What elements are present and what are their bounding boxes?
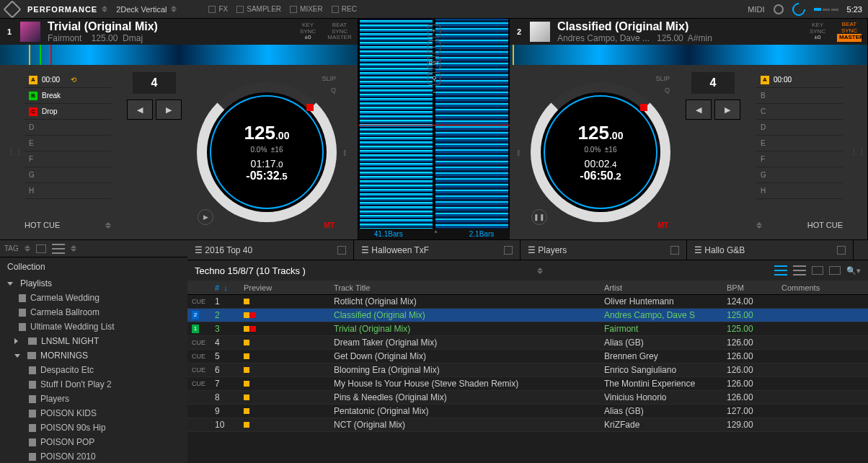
zoom-in-icon[interactable]: + (428, 25, 440, 38)
grid-view-icon[interactable] (812, 266, 823, 275)
table-row[interactable]: CUE 5 Get Down (Original Mix) Brennen Gr… (187, 350, 868, 363)
beat-jump-fwd-button[interactable]: ▶ (156, 100, 182, 120)
table-row[interactable]: 10 NCT (Original Mix) KriZFade 129.00 (187, 418, 868, 432)
chevron-updown-icon[interactable] (105, 222, 111, 229)
mode-dropdown[interactable]: PERFORMANCE (27, 5, 107, 14)
cue-marker-b[interactable] (40, 45, 41, 65)
tag-label[interactable]: TAG (4, 244, 19, 252)
rec-toggle[interactable]: REC (332, 5, 357, 13)
grid-icon[interactable]: ⋮⋮ (7, 72, 17, 232)
slip-button[interactable]: SLIP (655, 75, 670, 82)
slip-button[interactable]: SLIP (322, 75, 336, 82)
sidebar-item[interactable]: POISON KIDS (0, 406, 187, 420)
tab[interactable]: ☰ Halloween TxF (354, 240, 521, 260)
beat-sync-button[interactable]: BEATSYNCMASTER (327, 22, 352, 41)
collection-header[interactable]: Collection (0, 257, 187, 276)
hot-cue-d[interactable]: D (25, 120, 111, 136)
zoom-reset-button[interactable]: RST (428, 56, 440, 69)
hot-cue-b[interactable]: BBreak (25, 88, 111, 104)
sidebar-item[interactable]: POISON 2010 (0, 449, 187, 463)
table-row[interactable]: 9 Pentatonic (Original Mix) Alias (GB) 1… (187, 405, 868, 418)
search-icon[interactable]: ⚲ (428, 72, 440, 85)
vertical-waveform-1[interactable] (360, 19, 433, 239)
tab[interactable]: ☰ Hallo G&B (687, 240, 854, 260)
master-tempo-button[interactable]: MT (658, 221, 668, 229)
search-icon[interactable]: 🔍▾ (846, 266, 861, 275)
overview-waveform[interactable] (510, 45, 867, 65)
hot-cue-d[interactable]: D (756, 120, 843, 136)
hot-cue-e[interactable]: E (756, 136, 843, 151)
pause-button[interactable]: ❚❚ (531, 209, 547, 225)
sampler-toggle[interactable]: SAMPLER (236, 5, 281, 13)
sidebar-item[interactable]: POISON 90s Hip (0, 420, 187, 435)
cue-marker-c[interactable] (50, 45, 52, 65)
cue-marker-a[interactable] (513, 45, 514, 65)
table-row[interactable]: 2 2 Classified (Original Mix) Andres Cam… (187, 309, 868, 322)
hot-cue-e[interactable]: E (25, 136, 111, 151)
tab[interactable]: ☰ Players (521, 240, 687, 260)
table-row[interactable]: 1 3 Trivial (Original Mix) Fairmont 125.… (187, 322, 868, 336)
quantize-button[interactable]: Q (665, 87, 670, 94)
play-button[interactable]: ▶ (198, 209, 213, 225)
key-sync-button[interactable]: KEYSYNC±0 (296, 22, 320, 41)
sidebar-item[interactable]: Carmela Ballroom (0, 305, 187, 319)
hot-cue-a[interactable]: A00:00 ⟲ (25, 72, 111, 88)
artwork-view-icon[interactable] (829, 266, 841, 275)
app-logo-icon[interactable] (3, 0, 21, 18)
fx-toggle[interactable]: FX (208, 5, 228, 13)
hot-cue-g[interactable]: G (25, 167, 111, 183)
hot-cue-b[interactable]: B (756, 88, 843, 104)
hot-cue-a[interactable]: A00:00 (756, 72, 843, 88)
beat-jump-back-button[interactable]: ◀ (686, 100, 712, 120)
hot-cue-f[interactable]: F (25, 151, 111, 167)
sidebar-item[interactable]: POISON POP (0, 435, 187, 449)
list-view-icon[interactable] (52, 244, 65, 254)
playlists-folder[interactable]: Playlists (0, 276, 187, 291)
hot-cue-h[interactable]: H (756, 183, 843, 199)
cue-marker-a[interactable] (29, 45, 30, 65)
mixer-toggle[interactable]: MIXER (290, 5, 323, 13)
key-sync-button[interactable]: KEYSYNC±0 (805, 22, 830, 41)
sidebar-item[interactable]: Stuff I Don't Play 2 (0, 377, 187, 392)
expand-icon[interactable]: ˄ (434, 230, 438, 238)
jog-wheel[interactable]: 125.00 0.0% ±16 00:02.4 -06:50.2 (536, 87, 665, 217)
beat-sync-button[interactable]: BEATSYNCMASTER (837, 22, 862, 42)
sidebar-item[interactable]: Despacito Etc (0, 363, 187, 377)
hot-cue-f[interactable]: F (756, 151, 843, 167)
center-waveform[interactable]: + − RST ⚲ ˄ 41.1Bars ˄ 2.1Bars (358, 19, 510, 239)
sidebar-folder[interactable]: MORNINGS (0, 348, 187, 363)
beat-jump-back-button[interactable]: ◀ (127, 100, 153, 120)
view-mode-icon[interactable] (36, 244, 46, 253)
list-view-icon[interactable] (793, 265, 806, 275)
midi-label[interactable]: MIDI (748, 5, 764, 14)
zoom-out-icon[interactable]: − (428, 40, 440, 53)
table-row[interactable]: CUE 4 Dream Taker (Original Mix) Alias (… (187, 336, 868, 350)
sidebar-folder[interactable]: LNSML NIGHT (0, 334, 187, 348)
chevron-updown-icon[interactable] (756, 222, 762, 229)
table-row[interactable]: CUE 7 My House Is Your House (Steve Shad… (187, 377, 868, 391)
table-row[interactable]: CUE 1 Rotlicht (Original Mix) Oliver Hun… (187, 295, 868, 309)
album-art[interactable] (20, 22, 40, 42)
jog-wheel[interactable]: 125.00 0.0% ±16 01:17.0 -05:32.5 (202, 87, 332, 217)
sidebar-item[interactable]: Ultimate Wedding List (0, 319, 187, 334)
table-row[interactable]: CUE 6 Blooming Era (Original Mix) Enrico… (187, 363, 868, 377)
album-art[interactable] (530, 22, 550, 42)
gear-icon[interactable] (774, 4, 784, 14)
overview-waveform[interactable] (0, 45, 358, 65)
hot-cue-h[interactable]: H (25, 183, 111, 199)
vertical-waveform-2[interactable] (435, 19, 508, 239)
beat-jump-fwd-button[interactable]: ▶ (714, 100, 740, 120)
hot-cue-g[interactable]: G (756, 167, 843, 183)
collapse-icon[interactable]: ˄ (428, 88, 440, 101)
master-tempo-button[interactable]: MT (324, 221, 335, 229)
grid-icon[interactable]: ⋮⋮ (850, 72, 860, 232)
quantize-button[interactable]: Q (331, 87, 336, 94)
table-row[interactable]: 8 Pins & Needles (Original Mix) Vinicius… (187, 391, 868, 405)
sidebar-item[interactable]: Carmela Wedding (0, 291, 187, 305)
layout-dropdown[interactable]: 2Deck Vertical (116, 5, 177, 14)
table-header[interactable]: # ↓ Preview Track Title Artist BPM Comme… (187, 281, 868, 295)
hot-cue-c[interactable]: CDrop (25, 104, 111, 120)
tab[interactable]: ☰ 2016 Top 40 (187, 240, 354, 260)
hot-cue-c[interactable]: C (756, 104, 843, 120)
sidebar-item[interactable]: Players (0, 392, 187, 406)
